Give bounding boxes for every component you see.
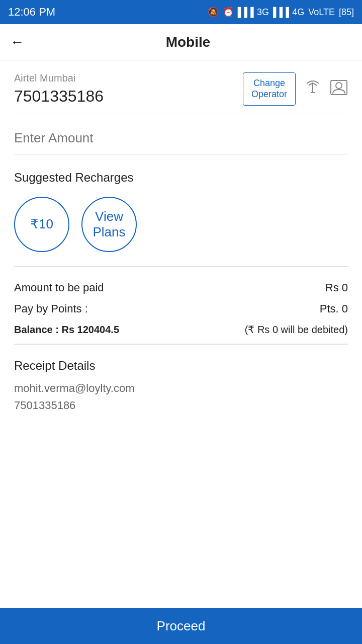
points-label: Pay by Points : [14, 302, 88, 315]
receipt-section: Receipt Details mohit.verma@loylty.com 7… [14, 345, 348, 420]
phone-number: 7501335186 [14, 87, 104, 106]
back-button[interactable]: ← [10, 34, 24, 50]
mute-icon: 🔕 [208, 7, 219, 18]
points-row: Pay by Points : Pts. 0 [14, 302, 348, 315]
signal-3g-icon: ▌▌▌3G [238, 7, 269, 18]
proceed-label: Proceed [157, 618, 206, 634]
svg-point-2 [336, 83, 342, 89]
amount-section [14, 114, 348, 154]
receipt-title: Receipt Details [14, 359, 348, 373]
alarm-icon: ⏰ [223, 7, 234, 18]
operator-section: Airtel Mumbai 7501335186 ChangeOperator [14, 60, 348, 114]
battery-icon: [85] [339, 7, 354, 18]
change-operator-button[interactable]: ChangeOperator [243, 72, 296, 105]
debit-text: (₹ Rs 0 will be debited) [245, 324, 348, 336]
status-time: 12:06 PM [8, 6, 55, 19]
operator-actions: ChangeOperator [243, 72, 348, 105]
main-content: Airtel Mumbai 7501335186 ChangeOperator [0, 60, 362, 420]
view-plans-chip[interactable]: ViewPlans [81, 197, 137, 252]
app-bar: ← Mobile [0, 24, 362, 60]
receipt-email: mohit.verma@loylty.com [14, 382, 348, 395]
proceed-bar[interactable]: Proceed [0, 608, 362, 644]
operator-name: Airtel Mumbai [14, 72, 104, 84]
receipt-phone: 7501335186 [14, 399, 348, 412]
amount-value: Rs 0 [325, 281, 348, 294]
operator-info: Airtel Mumbai 7501335186 [14, 72, 104, 106]
status-icons: 🔕 ⏰ ▌▌▌3G ▌▌▌4G VoLTE [85] [208, 7, 354, 18]
signal-4g-icon: ▌▌▌4G [273, 7, 304, 18]
balance-row: Balance : Rs 120404.5 (₹ Rs 0 will be de… [14, 324, 348, 336]
contact-icon[interactable] [330, 78, 348, 100]
points-value: Pts. 0 [320, 302, 348, 315]
page-title: Mobile [24, 34, 352, 50]
suggested-recharges-section: Suggested Recharges ₹10 ViewPlans [14, 154, 348, 267]
recharge-chip-10[interactable]: ₹10 [14, 197, 69, 252]
amount-label: Amount to be paid [14, 281, 104, 294]
suggested-chips: ₹10 ViewPlans [14, 197, 348, 252]
status-bar: 12:06 PM 🔕 ⏰ ▌▌▌3G ▌▌▌4G VoLTE [85] [0, 0, 362, 24]
amount-to-pay-row: Amount to be paid Rs 0 [14, 281, 348, 294]
signal-tower-icon[interactable] [304, 78, 322, 100]
amount-input[interactable] [14, 130, 348, 146]
suggested-title: Suggested Recharges [14, 171, 348, 185]
payment-section: Amount to be paid Rs 0 Pay by Points : P… [14, 267, 348, 345]
volte-icon: VoLTE [308, 7, 335, 18]
balance-label: Balance : Rs 120404.5 [14, 324, 119, 336]
